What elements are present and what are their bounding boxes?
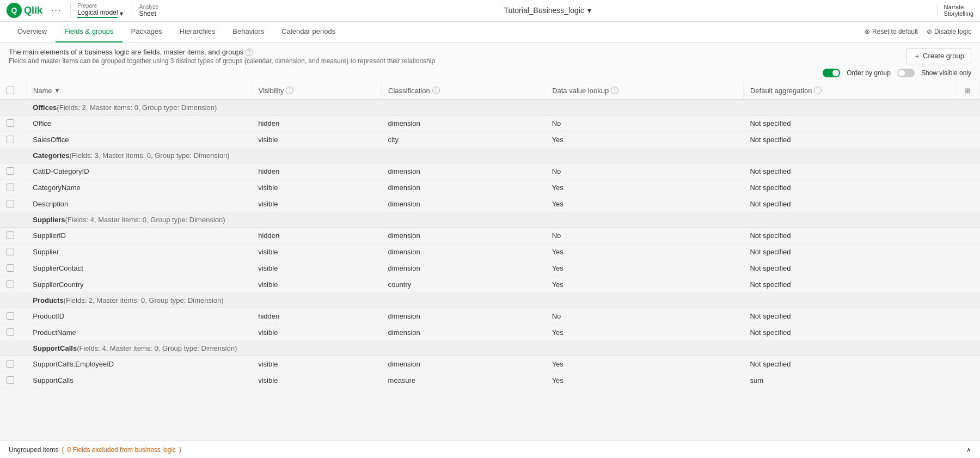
table-row[interactable]: Office hidden dimension No Not specified xyxy=(0,115,980,131)
group-row[interactable]: Offices(Fields: 2, Master items: 0, Grou… xyxy=(0,100,980,115)
th-lookup: Data value lookup i xyxy=(546,82,744,100)
row-checkbox[interactable] xyxy=(7,184,14,191)
grid-view-icon[interactable]: ⊞ xyxy=(962,87,973,95)
table-row[interactable]: Supplier visible dimension Yes Not speci… xyxy=(0,243,980,260)
disable-icon: ⊘ xyxy=(927,28,932,35)
group-meta: (Fields: 4, Master items: 0, Group type:… xyxy=(77,344,237,352)
group-name: Categories xyxy=(33,151,69,160)
th-visibility: Visibility i xyxy=(252,82,381,100)
row-checkbox[interactable] xyxy=(7,200,14,207)
row-grid-cell xyxy=(955,324,979,340)
order-by-group-label: Order by group xyxy=(847,69,891,77)
tab-fields-groups[interactable]: Fields & groups xyxy=(56,22,122,42)
table-row[interactable]: SupportCalls visible measure Yes sum xyxy=(0,372,980,388)
row-grid-cell xyxy=(955,243,979,260)
table-row[interactable]: SupplierID hidden dimension No Not speci… xyxy=(0,227,980,243)
row-checkbox[interactable] xyxy=(7,231,14,239)
row-visibility: visible xyxy=(252,243,381,260)
row-name: CatID-CategoryID xyxy=(26,163,252,179)
tab-behaviors[interactable]: Behaviors xyxy=(224,22,273,42)
row-visibility: visible xyxy=(252,260,381,276)
tab-calendar-periods[interactable]: Calendar periods xyxy=(273,22,344,42)
row-aggregation: Not specified xyxy=(743,179,955,196)
row-aggregation: Not specified xyxy=(743,308,955,324)
app-title-dropdown-icon[interactable]: ▾ xyxy=(587,6,591,15)
narrate-label: Narrate xyxy=(944,4,973,10)
analyze-value-text: Sheet xyxy=(139,10,156,17)
info-help-icon[interactable]: ? xyxy=(246,48,253,56)
table-row[interactable]: SalesOffice visible city Yes Not specifi… xyxy=(0,131,980,148)
row-checkbox[interactable] xyxy=(7,136,14,143)
sub-nav: Overview Fields & groups Packages Hierar… xyxy=(0,22,980,42)
classification-info-icon[interactable]: i xyxy=(432,87,440,94)
row-aggregation: Not specified xyxy=(743,324,955,340)
row-checkbox[interactable] xyxy=(7,328,14,336)
group-row[interactable]: SupportCalls(Fields: 4, Master items: 0,… xyxy=(0,340,980,356)
table-row[interactable]: Description visible dimension Yes Not sp… xyxy=(0,196,980,212)
group-row[interactable]: Suppliers(Fields: 4, Master items: 0, Gr… xyxy=(0,212,980,227)
table-row[interactable]: CategoryName visible dimension Yes Not s… xyxy=(0,179,980,196)
row-grid-cell xyxy=(955,227,979,243)
row-lookup: Yes xyxy=(546,324,744,340)
table-row[interactable]: ProductName visible dimension Yes Not sp… xyxy=(0,324,980,340)
row-checkbox[interactable] xyxy=(7,312,14,320)
table-row[interactable]: CatID-CategoryID hidden dimension No Not… xyxy=(0,163,980,179)
row-lookup: No xyxy=(546,163,744,179)
row-checkbox[interactable] xyxy=(7,119,14,127)
row-checkbox-cell xyxy=(0,276,26,292)
show-visible-only-toggle[interactable] xyxy=(897,69,915,77)
row-checkbox-cell xyxy=(0,308,26,324)
row-checkbox[interactable] xyxy=(7,376,14,384)
row-aggregation: Not specified xyxy=(743,115,955,131)
th-name-label: Name xyxy=(33,87,52,95)
narrate-value[interactable]: Storytelling xyxy=(944,10,973,17)
select-all-checkbox[interactable] xyxy=(7,87,14,94)
row-aggregation: Not specified xyxy=(743,356,955,372)
row-checkbox[interactable] xyxy=(7,167,14,175)
create-group-button[interactable]: ＋ Create group xyxy=(906,48,971,64)
row-classification: dimension xyxy=(382,179,546,196)
row-checkbox[interactable] xyxy=(7,264,14,272)
table-row[interactable]: SupportCalls.EmployeeID visible dimensio… xyxy=(0,356,980,372)
analyze-value[interactable]: Sheet xyxy=(139,10,158,17)
reset-to-default-button[interactable]: ⊗ Reset to default xyxy=(865,28,918,35)
row-checkbox[interactable] xyxy=(7,360,14,368)
table-row[interactable]: SupplierCountry visible country Yes Not … xyxy=(0,276,980,292)
more-options-button[interactable]: ··· xyxy=(51,5,62,15)
visibility-info-icon[interactable]: i xyxy=(286,87,293,94)
row-name: SupportCalls.EmployeeID xyxy=(26,356,252,372)
aggregation-info-icon[interactable]: i xyxy=(814,87,822,94)
lookup-info-icon[interactable]: i xyxy=(611,87,618,94)
group-name: SupportCalls xyxy=(33,344,77,352)
th-checkbox xyxy=(0,82,26,100)
tab-hierarchies[interactable]: Hierarchies xyxy=(171,22,224,42)
name-filter-icon[interactable]: ▼ xyxy=(54,87,60,94)
group-meta: (Fields: 2, Master items: 0, Group type:… xyxy=(57,103,217,112)
row-checkbox-cell xyxy=(0,163,26,179)
narrate-value-text: Storytelling xyxy=(944,10,973,17)
row-grid-cell xyxy=(955,276,979,292)
row-classification: dimension xyxy=(382,356,546,372)
row-lookup: No xyxy=(546,227,744,243)
row-aggregation: Not specified xyxy=(743,163,955,179)
group-row[interactable]: Products(Fields: 2, Master items: 0, Gro… xyxy=(0,292,980,308)
table-scroll[interactable]: Name ▼ Visibility i Clas xyxy=(0,82,980,441)
row-checkbox-cell xyxy=(0,179,26,196)
tab-packages[interactable]: Packages xyxy=(122,22,171,42)
prepare-value[interactable]: Logical model ▾ xyxy=(77,9,123,18)
row-name: SupportCalls xyxy=(26,372,252,388)
prepare-label: Prepare xyxy=(77,3,123,9)
expand-icon[interactable]: ∧ xyxy=(966,446,971,454)
row-checkbox-cell xyxy=(0,260,26,276)
group-row[interactable]: Categories(Fields: 3, Master items: 0, G… xyxy=(0,148,980,163)
row-checkbox[interactable] xyxy=(7,248,14,255)
tab-overview[interactable]: Overview xyxy=(9,22,56,42)
row-lookup: Yes xyxy=(546,179,744,196)
table-row[interactable]: ProductID hidden dimension No Not specif… xyxy=(0,308,980,324)
row-checkbox[interactable] xyxy=(7,280,14,288)
prepare-dropdown-icon[interactable]: ▾ xyxy=(120,10,123,17)
row-grid-cell xyxy=(955,356,979,372)
table-row[interactable]: SupplierContact visible dimension Yes No… xyxy=(0,260,980,276)
order-by-group-toggle[interactable] xyxy=(823,69,840,77)
disable-logic-button[interactable]: ⊘ Disable logic xyxy=(927,28,971,35)
